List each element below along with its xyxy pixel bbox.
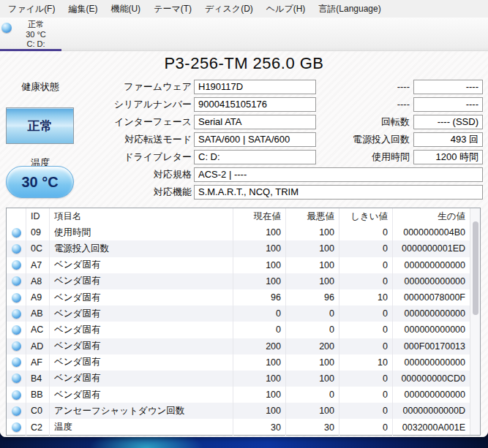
threshold-column-header[interactable]: しきい値 bbox=[339, 208, 393, 224]
threshold-value-cell: 0 bbox=[339, 257, 393, 273]
disk-tab-bar: 正常 30 °C C: D: bbox=[0, 18, 488, 51]
table-row[interactable]: C0アンセーフシャットダウン回数100100000000000000D bbox=[7, 403, 470, 419]
raw-value-cell: 00000000000D bbox=[393, 403, 470, 419]
raw-value-cell: 0000000001ED bbox=[393, 240, 470, 257]
smart-attribute-table: ID 項目名 現在値 最悪値 しきい値 生の値 09使用時間1001000000… bbox=[6, 208, 481, 436]
disk-tab[interactable]: 正常 30 °C C: D: bbox=[0, 18, 61, 51]
current-value-cell: 100 bbox=[233, 273, 286, 289]
health-status-button[interactable]: 正常 bbox=[6, 107, 74, 144]
table-row[interactable]: BBベンダ固有10000000000000000 bbox=[7, 387, 470, 403]
table-row[interactable]: 09使用時間10010000000000004B0 bbox=[7, 224, 470, 240]
table-header-row: ID 項目名 現在値 最悪値 しきい値 生の値 bbox=[7, 208, 470, 224]
attribute-name-cell: ベンダ固有 bbox=[50, 273, 233, 289]
table-row[interactable]: A8ベンダ固有1001000000000000000 bbox=[7, 273, 470, 289]
menu-item[interactable]: ディスク(D) bbox=[198, 0, 260, 18]
threshold-value-cell: 0 bbox=[339, 305, 393, 322]
status-cell bbox=[7, 224, 26, 240]
attribute-name-cell: ベンダ固有 bbox=[50, 322, 233, 338]
table-row[interactable]: A9ベンダ固有96961000000078000F bbox=[7, 289, 470, 305]
features-label: 対応機能 bbox=[77, 185, 192, 200]
table-row[interactable]: A7ベンダ固有1001000000000000000 bbox=[7, 257, 470, 273]
raw-value-column-header[interactable]: 生の値 bbox=[393, 208, 470, 224]
status-column-header bbox=[7, 208, 26, 224]
status-cell bbox=[7, 419, 26, 435]
attribute-id-cell: A7 bbox=[26, 257, 50, 273]
current-value-cell: 100 bbox=[233, 224, 286, 240]
raw-value-cell: 0000000004B0 bbox=[393, 224, 470, 240]
attribute-name-cell: ベンダ固有 bbox=[50, 305, 233, 322]
attribute-id-cell: AB bbox=[26, 305, 50, 322]
current-value-cell: 100 bbox=[233, 403, 286, 419]
temperature-indicator[interactable]: 30 °C bbox=[6, 166, 74, 198]
serial-number-value: 9000415105176 bbox=[194, 97, 316, 112]
worst-value-cell: 100 bbox=[286, 273, 339, 289]
menu-item[interactable]: 編集(E) bbox=[61, 0, 104, 18]
worst-value-cell: 30 bbox=[286, 419, 339, 435]
power-on-hours-value: 1200 時間 bbox=[413, 150, 483, 164]
power-on-count-label: 電源投入回数 bbox=[315, 132, 410, 147]
current-value-cell: 0 bbox=[233, 305, 286, 322]
firmware-value: H190117D bbox=[194, 80, 316, 94]
worst-column-header[interactable]: 最悪値 bbox=[286, 208, 339, 224]
threshold-value-cell: 0 bbox=[339, 240, 393, 257]
current-column-header[interactable]: 現在値 bbox=[233, 208, 286, 224]
power-on-hours-label: 使用時間 bbox=[315, 150, 410, 164]
health-status-label: 健康状態 bbox=[6, 80, 75, 94]
attribute-name-cell: ベンダ固有 bbox=[50, 354, 233, 371]
worst-value-cell: 100 bbox=[286, 371, 339, 387]
raw-value-cell: 000000000000 bbox=[393, 354, 470, 371]
status-orb-icon bbox=[12, 390, 21, 400]
worst-value-cell: 100 bbox=[286, 240, 339, 257]
table-row[interactable]: 0C電源投入回数10010000000000001ED bbox=[7, 240, 470, 257]
menu-item[interactable]: 言語(Language) bbox=[312, 0, 387, 18]
worst-value-cell: 96 bbox=[286, 289, 339, 305]
menu-item[interactable]: ヘルプ(H) bbox=[260, 0, 312, 18]
worst-value-cell: 0 bbox=[286, 322, 339, 338]
dash-field-1-label: ---- bbox=[315, 80, 410, 94]
status-orb-icon bbox=[12, 373, 21, 383]
threshold-value-cell: 0 bbox=[339, 371, 393, 387]
menu-item[interactable]: 機能(U) bbox=[104, 0, 147, 18]
drive-letter-label: ドライブレター bbox=[77, 150, 192, 164]
table-row[interactable]: ACベンダ固有000000000000000 bbox=[7, 322, 470, 338]
current-value-cell: 100 bbox=[233, 387, 286, 403]
table-row[interactable]: ADベンダ固有2002000000F00170013 bbox=[7, 338, 470, 354]
current-value-cell: 200 bbox=[233, 338, 286, 354]
raw-value-cell: 000000000000 bbox=[393, 305, 470, 322]
power-on-count-value: 493 回 bbox=[413, 132, 483, 147]
standard-label: 対応規格 bbox=[77, 167, 192, 182]
raw-value-cell: 000000000000 bbox=[393, 257, 470, 273]
threshold-value-cell: 0 bbox=[339, 387, 393, 403]
id-column-header[interactable]: ID bbox=[26, 208, 50, 224]
attribute-id-cell: AC bbox=[26, 322, 50, 338]
attribute-name-cell: 温度 bbox=[50, 419, 233, 435]
attribute-name-cell: 使用時間 bbox=[50, 224, 233, 240]
drive-model-title: P3-256-TM 256.0 GB bbox=[0, 54, 488, 73]
status-cell bbox=[7, 240, 26, 257]
status-orb-icon bbox=[12, 357, 21, 367]
attribute-id-cell: 09 bbox=[26, 224, 50, 240]
menu-item[interactable]: ファイル(F) bbox=[1, 0, 61, 18]
scrollbar-thumb[interactable] bbox=[473, 221, 478, 315]
table-row[interactable]: AFベンダ固有10010010000000000000 bbox=[7, 354, 470, 371]
disk-tab-drives: C: D: bbox=[13, 39, 59, 50]
raw-value-cell: 000000000CD0 bbox=[393, 371, 470, 387]
worst-value-cell: 0 bbox=[286, 305, 339, 322]
drive-letter-value: C: D: bbox=[194, 150, 316, 164]
table-scrollbar[interactable] bbox=[470, 208, 480, 435]
name-column-header[interactable]: 項目名 bbox=[50, 208, 233, 224]
table-row[interactable]: ABベンダ固有000000000000000 bbox=[7, 305, 470, 322]
disk-tab-status: 正常 bbox=[13, 20, 59, 30]
current-value-cell: 100 bbox=[233, 257, 286, 273]
attribute-name-cell: ベンダ固有 bbox=[50, 387, 233, 403]
smart-table-body: 09使用時間10010000000000004B00C電源投入回数1001000… bbox=[7, 224, 470, 435]
worst-value-cell: 100 bbox=[286, 257, 339, 273]
table-row[interactable]: B4ベンダ固有1001000000000000CD0 bbox=[7, 371, 470, 387]
main-panel: P3-256-TM 256.0 GB 健康状態 正常 温度 30 °C ファーム… bbox=[0, 51, 488, 437]
attribute-id-cell: A8 bbox=[26, 273, 50, 289]
menu-item[interactable]: テーマ(T) bbox=[147, 0, 198, 18]
worst-value-cell: 100 bbox=[286, 403, 339, 419]
interface-value: Serial ATA bbox=[194, 115, 316, 129]
table-row[interactable]: C2温度303000032000A001E bbox=[7, 419, 470, 435]
status-orb-icon bbox=[12, 309, 21, 319]
